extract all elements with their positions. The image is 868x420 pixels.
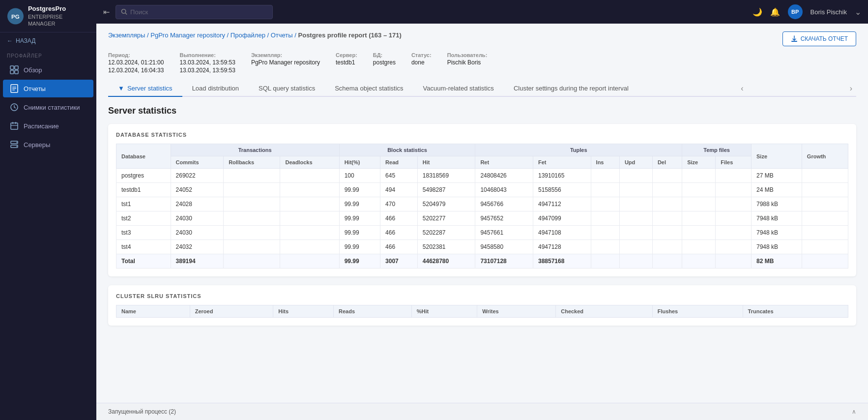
col-temp-size: Size <box>682 156 716 169</box>
postgres-logo-icon: PG <box>7 7 24 25</box>
moon-icon[interactable]: 🌙 <box>752 7 762 17</box>
table-row: tst22403099.9946652022779457652494709979… <box>116 211 848 226</box>
col-group-block-stats: Block statistics <box>339 144 475 156</box>
tab-load-distribution[interactable]: Load distribution <box>182 81 249 97</box>
svg-line-20 <box>125 13 127 14</box>
meta-execution: Выполнение: 13.03.2024, 13:59:53 13.03.2… <box>179 52 235 74</box>
svg-point-17 <box>16 142 17 143</box>
download-icon <box>791 35 798 42</box>
meta-grid: Период: 12.03.2024, 01:21:00 12.03.2024,… <box>108 52 856 74</box>
process-bar[interactable]: Запущенный процесс (2) ∧ <box>96 403 868 420</box>
back-button[interactable]: ← НАЗАД <box>0 32 96 49</box>
tab-vacuum-statistics[interactable]: Vacuum-related statistics <box>413 81 504 97</box>
slru-col-hits: Hits <box>273 305 334 318</box>
tab-schema-object-statistics[interactable]: Schema object statistics <box>325 81 413 97</box>
col-deadlocks: Deadlocks <box>280 156 339 169</box>
sidebar-item-reports[interactable]: Отчеты <box>3 80 93 97</box>
tabs-next-button[interactable]: › <box>846 82 856 95</box>
svg-rect-21 <box>791 41 797 42</box>
col-ins: Ins <box>591 156 619 169</box>
col-ret: Ret <box>475 156 533 169</box>
slru-col-checked: Checked <box>556 305 652 318</box>
sidebar-item-snapshots[interactable]: Снимки статистики <box>3 98 93 116</box>
slru-col-truncates: Truncates <box>743 305 848 318</box>
meta-status: Статус: done <box>411 52 432 74</box>
sidebar-logo: PG PostgresPro ENTERPRISE MANAGER <box>0 0 96 32</box>
col-rollbacks: Rollbacks <box>224 156 280 169</box>
col-temp-files: Files <box>716 156 752 169</box>
slru-statistics-table: Name Zeroed Hits Reads %Hit Writes Check… <box>116 305 848 318</box>
svg-rect-2 <box>10 66 14 69</box>
col-upd: Upd <box>619 156 652 169</box>
breadcrumb-reports[interactable]: Отчеты <box>271 31 293 39</box>
svg-point-18 <box>16 146 17 147</box>
meta-instance: Экземпляр: PgPro Manager repository <box>251 52 320 74</box>
process-bar-label: Запущенный процесс (2) <box>108 408 176 415</box>
sidebar-item-overview[interactable]: Обзор <box>3 61 93 79</box>
slru-col-reads: Reads <box>334 305 412 318</box>
db-statistics-title: DATABASE STATISTICS <box>116 132 848 138</box>
svg-rect-11 <box>11 123 18 129</box>
col-del: Del <box>652 156 682 169</box>
sidebar-item-schedule[interactable]: Расписание <box>3 117 93 135</box>
avatar: BP <box>788 4 803 19</box>
search-input[interactable] <box>130 5 267 19</box>
database-statistics-table: Database Transactions Block statistics T… <box>116 144 848 269</box>
table-row: testdb12405299.9949454982871046804351585… <box>116 183 848 197</box>
topbar: ⇤ 🌙 🔔 BP Boris Pischik ⌄ <box>96 0 868 24</box>
page-title: Server statistics <box>108 106 856 116</box>
user-menu-icon[interactable]: ⌄ <box>855 7 861 17</box>
topbar-right: 🌙 🔔 BP Boris Pischik ⌄ <box>752 4 861 19</box>
download-report-button[interactable]: СКАЧАТЬ ОТЧЕТ <box>782 31 856 46</box>
overview-icon <box>10 65 19 74</box>
tab-cluster-settings[interactable]: Cluster settings during the report inter… <box>504 81 638 97</box>
breadcrumb-repo[interactable]: PgPro Manager repository <box>150 31 225 39</box>
tabs-prev-button[interactable]: ‹ <box>737 82 747 95</box>
svg-rect-3 <box>15 66 18 69</box>
search-bar <box>116 5 273 19</box>
svg-rect-4 <box>10 70 14 74</box>
breadcrumb: Экземпляры / PgPro Manager repository / … <box>108 31 402 39</box>
col-growth: Growth <box>802 144 848 169</box>
table-row: tst32403099.9946652022879457661494710879… <box>116 226 848 240</box>
sidebar-section-label: ПРОФАЙЛЕР <box>0 49 96 60</box>
search-icon <box>121 8 127 15</box>
slru-col-writes: Writes <box>477 305 556 318</box>
back-arrow-icon: ← <box>7 37 13 44</box>
col-group-tuples: Tuples <box>475 144 682 156</box>
header-row: Экземпляры / PgPro Manager repository / … <box>108 31 856 46</box>
database-statistics-card: DATABASE STATISTICS Database Transaction… <box>108 124 856 276</box>
sidebar-item-servers[interactable]: Серверы <box>3 136 93 153</box>
main-area: ⇤ 🌙 🔔 BP Boris Pischik ⌄ Экземпляры / Pg… <box>96 0 868 420</box>
reports-icon <box>10 84 19 93</box>
breadcrumb-current: Postgres profile report (163 – 171) <box>298 31 402 39</box>
slru-col-zeroed: Zeroed <box>190 305 273 318</box>
slru-statistics-card: CLUSTER SLRU STATISTICS Name Zeroed Hits… <box>108 285 856 326</box>
tab-sql-query-statistics[interactable]: SQL query statistics <box>249 81 325 97</box>
table-row: Total38919499.99300744628780731071283885… <box>116 254 848 269</box>
meta-server: Сервер: testdb1 <box>336 52 357 74</box>
sidebar: PG PostgresPro ENTERPRISE MANAGER ← НАЗА… <box>0 0 96 420</box>
tab-active-indicator: ▼ <box>118 85 124 92</box>
tabs-bar: ▼ Server statistics Load distribution SQ… <box>108 81 856 97</box>
meta-period: Период: 12.03.2024, 01:21:00 12.03.2024,… <box>108 52 164 74</box>
breadcrumb-instances[interactable]: Экземпляры <box>108 31 145 39</box>
schedule-icon <box>10 121 19 130</box>
col-hit: Hit <box>417 156 475 169</box>
process-bar-collapse-icon: ∧ <box>852 408 856 415</box>
table-row: postgres26902210064518318569248084261391… <box>116 169 848 183</box>
meta-db: БД: postgres <box>373 52 396 74</box>
table-row: tst42403299.9946652023819458580494712879… <box>116 240 848 254</box>
notifications-icon[interactable]: 🔔 <box>770 7 780 17</box>
col-hit-pct: Hit(%) <box>339 156 380 169</box>
collapse-sidebar-button[interactable]: ⇤ <box>103 7 110 17</box>
slru-col-flushes: Flushes <box>652 305 743 318</box>
username-label[interactable]: Boris Pischik <box>810 8 847 16</box>
svg-rect-5 <box>15 70 18 74</box>
col-read: Read <box>380 156 418 169</box>
col-commits: Commits <box>171 156 224 169</box>
col-group-transactions: Transactions <box>171 144 339 156</box>
breadcrumb-profiler[interactable]: Профайлер <box>231 31 265 39</box>
col-fet: Fet <box>533 156 591 169</box>
tab-server-statistics[interactable]: ▼ Server statistics <box>108 81 182 97</box>
